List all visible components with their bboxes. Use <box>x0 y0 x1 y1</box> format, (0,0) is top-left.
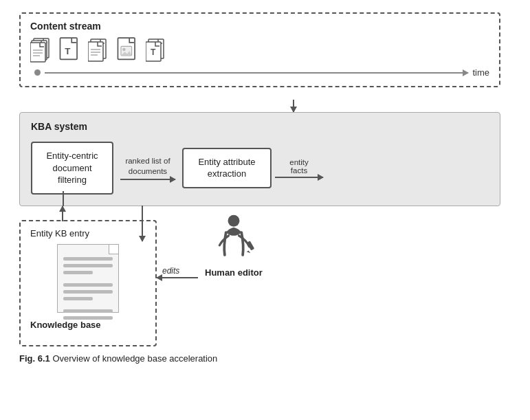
kb-box: Entity KB entry Knowledge base <box>19 220 157 346</box>
cs-to-kba-arrow <box>293 100 294 112</box>
kba-label: KBA system <box>31 121 489 132</box>
kba-box: KBA system Entity-centric document filte… <box>19 112 500 206</box>
docs-row: T <box>30 37 489 63</box>
arrow2-line <box>275 177 323 178</box>
svg-text:T: T <box>65 46 71 56</box>
box2-line2: extraction <box>208 168 246 179</box>
box2-line1: Entity attribute <box>198 157 255 167</box>
svg-rect-18 <box>88 42 103 61</box>
doc-icon-1 <box>30 37 52 63</box>
entity-kb-label: Entity KB entry <box>30 228 146 239</box>
thumb-line-3 <box>63 271 93 274</box>
edits-label: edits <box>162 266 179 276</box>
kb-to-kba-up-arrow <box>62 206 63 221</box>
time-label: time <box>472 67 489 78</box>
time-arrow <box>45 72 468 74</box>
arrow-ranked-list: ranked list of documents <box>113 156 182 180</box>
svg-point-24 <box>122 48 125 51</box>
time-dot <box>34 69 41 76</box>
thumb-line-4 <box>63 283 113 287</box>
kb-box-label: Knowledge base <box>30 320 146 330</box>
svg-rect-8 <box>30 43 45 62</box>
thumb-line-8 <box>63 316 113 320</box>
arrow2-label: entity facts <box>289 158 309 175</box>
svg-point-31 <box>228 214 239 226</box>
bottom-section: Entity KB entry Knowledge base <box>19 206 500 344</box>
doc-icon-4 <box>117 37 139 63</box>
kb-to-kba-connector-bottom <box>63 191 64 206</box>
human-editor-label: Human editor <box>205 267 263 278</box>
thumb-line-7 <box>63 309 113 313</box>
human-figure-icon <box>213 213 254 265</box>
thumb-line-1 <box>63 257 113 261</box>
edits-arrow-line: edits <box>157 277 198 278</box>
content-stream-label: Content stream <box>30 21 489 32</box>
caption-text: Overview of knowledge base acceleration <box>52 353 217 364</box>
thumb-line-6 <box>63 297 93 300</box>
arrow1-label: ranked list of documents <box>125 156 170 177</box>
doc-icon-5: T <box>146 37 168 63</box>
svg-marker-33 <box>247 250 251 253</box>
thumb-line-2 <box>63 264 113 267</box>
arrow1-line <box>120 179 175 180</box>
entity-centric-box: Entity-centric document filtering <box>31 142 113 195</box>
kba-flow-row: Entity-centric document filtering ranked… <box>31 142 489 195</box>
arrow-entity-facts: entity facts <box>272 158 327 178</box>
content-stream-box: Content stream <box>19 12 500 87</box>
svg-text:T: T <box>151 47 156 57</box>
fig-caption: Fig. 6.1 Overview of knowledge base acce… <box>19 353 511 364</box>
thumb-line-5 <box>63 290 113 294</box>
doc-thumb-corner <box>109 245 118 254</box>
time-row: time <box>30 67 489 78</box>
entity-attr-box: Entity attribute extraction <box>182 148 272 188</box>
box1-line2: document filtering <box>52 163 91 186</box>
doc-icon-3 <box>88 37 110 63</box>
human-editor-area: Human editor <box>205 213 263 278</box>
fig-num: Fig. 6.1 <box>19 353 50 364</box>
edits-arrow-group: edits <box>157 277 198 278</box>
doc-thumbnail <box>57 244 119 313</box>
box1-line1: Entity-centric <box>46 151 98 161</box>
kba-down-arrow <box>142 206 143 241</box>
doc-icon-2: T <box>59 37 81 63</box>
